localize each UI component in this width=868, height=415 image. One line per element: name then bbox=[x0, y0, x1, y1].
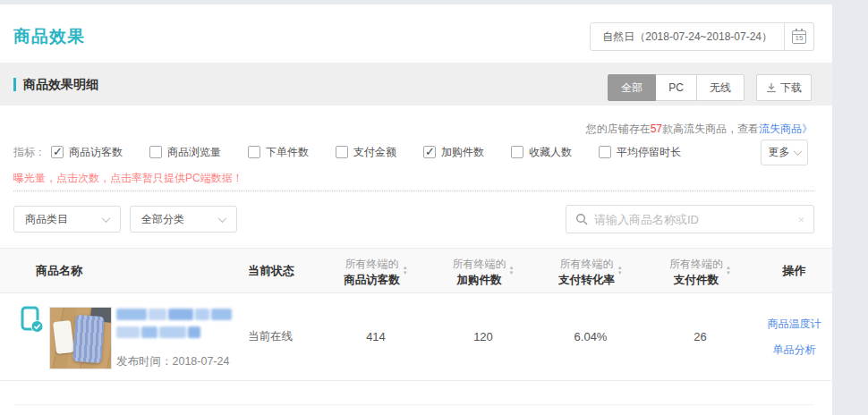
category-dropdown[interactable]: 商品类目 bbox=[13, 206, 121, 233]
tab-all[interactable]: 全部 bbox=[608, 74, 656, 101]
metric-cart-adds[interactable]: 加购件数 bbox=[423, 145, 484, 160]
pc-data-warning: 曝光量，点击次数，点击率暂只提供PC端数据！ bbox=[13, 171, 243, 186]
terminal-prefix: 所有终端的 bbox=[669, 258, 723, 270]
date-range-picker[interactable]: 自然日（2018-07-24~2018-07-24） 15 bbox=[590, 22, 814, 51]
churn-products-link[interactable]: 流失商品》 bbox=[759, 123, 813, 135]
content-panel: 商品效果 自然日（2018-07-24~2018-07-24） 15 商品效果明… bbox=[0, 4, 832, 415]
product-cell: 发布时间：2018-07-24 bbox=[0, 293, 237, 380]
conversion-value: 6.04% bbox=[537, 330, 644, 343]
cart-adds-value: 120 bbox=[430, 330, 537, 343]
tab-pc[interactable]: PC bbox=[655, 74, 697, 101]
blur-line bbox=[116, 326, 232, 338]
metric-visitors-label: 商品访客数 bbox=[69, 145, 123, 160]
date-range-text[interactable]: 自然日（2018-07-24~2018-07-24） bbox=[590, 22, 785, 51]
tab-wireless[interactable]: 无线 bbox=[696, 74, 745, 101]
notice-prefix: 您的店铺存在 bbox=[586, 123, 651, 135]
search-input[interactable] bbox=[594, 213, 791, 226]
calendar-button[interactable]: 15 bbox=[785, 22, 814, 51]
metric-pageviews-label: 商品浏览量 bbox=[167, 145, 221, 160]
checkbox-orders[interactable] bbox=[248, 146, 260, 158]
churn-notice: 您的店铺存在57款高流失商品，查看流失商品》 bbox=[586, 122, 813, 137]
download-button[interactable]: 下载 bbox=[756, 74, 812, 101]
section-accent-bar bbox=[13, 78, 16, 91]
metric-stay-duration[interactable]: 平均停留时长 bbox=[599, 145, 681, 160]
sort-icon[interactable]: ▲▼ bbox=[403, 266, 408, 275]
bottom-divider bbox=[13, 404, 814, 405]
blur-line bbox=[116, 309, 232, 320]
checkbox-pageviews[interactable] bbox=[149, 146, 162, 158]
metric-favorites[interactable]: 收藏人数 bbox=[511, 145, 572, 160]
more-label: 更多 bbox=[769, 145, 790, 160]
chevron-down-icon bbox=[102, 214, 111, 223]
category-dropdown-value: 商品类目 bbox=[25, 212, 68, 227]
metric-payment-amount-label: 支付金额 bbox=[353, 145, 396, 160]
terminal-tabs: 全部 PC 无线 bbox=[608, 74, 745, 101]
calendar-icon: 15 bbox=[792, 30, 806, 44]
chevron-down-icon bbox=[218, 214, 227, 223]
notice-count: 57 bbox=[651, 123, 662, 135]
link-item-analysis[interactable]: 单品分析 bbox=[773, 343, 816, 358]
checkbox-cart-adds[interactable] bbox=[423, 146, 436, 158]
section-title: 商品效果明细 bbox=[23, 77, 98, 93]
download-icon bbox=[766, 82, 777, 93]
col-header-cart-adds-label: 加购件数 bbox=[457, 274, 502, 286]
terminal-prefix: 所有终端的 bbox=[453, 258, 506, 270]
classification-dropdown[interactable]: 全部分类 bbox=[130, 206, 237, 233]
col-header-visitors-label: 商品访客数 bbox=[344, 274, 400, 286]
link-product-thermometer[interactable]: 商品温度计 bbox=[768, 317, 821, 332]
metric-visitors[interactable]: 商品访客数 bbox=[51, 145, 123, 160]
page-header: 商品效果 自然日（2018-07-24~2018-07-24） 15 bbox=[0, 4, 832, 63]
dotted-divider bbox=[13, 191, 814, 191]
status-cell: 当前在线 bbox=[237, 329, 322, 344]
table-header: 商品名称 当前状态 所有终端的 商品访客数 ▲▼ 所有终端的 加购件数 ▲▼ 所… bbox=[0, 248, 832, 293]
col-header-payment-items: 所有终端的 支付件数 ▲▼ bbox=[644, 255, 756, 287]
chevron-down-icon bbox=[793, 147, 802, 156]
table-row: 发布时间：2018-07-24 当前在线 414 120 6.04% 26 商品… bbox=[0, 293, 832, 381]
col-header-action: 操作 bbox=[756, 263, 832, 279]
checkbox-visitors[interactable] bbox=[51, 146, 64, 158]
terminal-prefix: 所有终端的 bbox=[560, 258, 614, 270]
action-cell: 商品温度计 单品分析 bbox=[756, 317, 832, 358]
sort-icon[interactable]: ▲▼ bbox=[509, 266, 515, 275]
visitors-value: 414 bbox=[322, 330, 430, 343]
metric-cart-adds-label: 加购件数 bbox=[441, 145, 484, 160]
col-header-cart-adds: 所有终端的 加购件数 ▲▼ bbox=[430, 255, 537, 287]
section-bar: 商品效果明细 全部 PC 无线 下载 bbox=[0, 63, 832, 106]
checkbox-payment-amount[interactable] bbox=[336, 146, 348, 158]
search-icon bbox=[575, 213, 588, 225]
col-header-conversion-label: 支付转化率 bbox=[558, 274, 615, 286]
classification-dropdown-value: 全部分类 bbox=[141, 212, 184, 227]
metric-orders[interactable]: 下单件数 bbox=[248, 145, 309, 160]
payment-items-value: 26 bbox=[644, 330, 756, 343]
sort-icon[interactable]: ▲▼ bbox=[726, 266, 731, 275]
metrics-label: 指标： bbox=[13, 145, 46, 160]
col-header-visitors: 所有终端的 商品访客数 ▲▼ bbox=[322, 255, 430, 287]
product-search-box: × bbox=[566, 205, 814, 233]
metric-pageviews[interactable]: 商品浏览量 bbox=[149, 145, 221, 160]
col-header-status: 当前状态 bbox=[237, 263, 322, 279]
metrics-row: 指标： 商品访客数 商品浏览量 下单件数 支付金额 加购件数 收藏人数 平均停留… bbox=[13, 139, 708, 165]
page-title: 商品效果 bbox=[13, 25, 85, 48]
product-thumbnail[interactable] bbox=[49, 307, 112, 369]
col-header-conversion: 所有终端的 支付转化率 ▲▼ bbox=[537, 255, 644, 287]
checkbox-stay-duration[interactable] bbox=[599, 146, 611, 158]
download-label: 下载 bbox=[780, 80, 802, 96]
sort-icon[interactable]: ▲▼ bbox=[617, 266, 623, 275]
publish-date: 发布时间：2018-07-24 bbox=[116, 354, 229, 369]
col-header-product: 商品名称 bbox=[0, 263, 237, 279]
metric-favorites-label: 收藏人数 bbox=[529, 145, 572, 160]
metric-orders-label: 下单件数 bbox=[266, 145, 309, 160]
col-header-payment-items-label: 支付件数 bbox=[674, 274, 719, 286]
metric-stay-duration-label: 平均停留时长 bbox=[617, 145, 681, 160]
blurred-product-title bbox=[116, 309, 232, 344]
checkbox-favorites[interactable] bbox=[511, 146, 523, 158]
clear-search-icon[interactable]: × bbox=[797, 213, 804, 226]
more-button[interactable]: 更多 bbox=[761, 140, 808, 165]
notice-middle: 款高流失商品，查看 bbox=[662, 123, 759, 135]
mobile-online-icon bbox=[21, 306, 44, 334]
metric-payment-amount[interactable]: 支付金额 bbox=[336, 145, 396, 160]
terminal-prefix: 所有终端的 bbox=[345, 258, 399, 270]
